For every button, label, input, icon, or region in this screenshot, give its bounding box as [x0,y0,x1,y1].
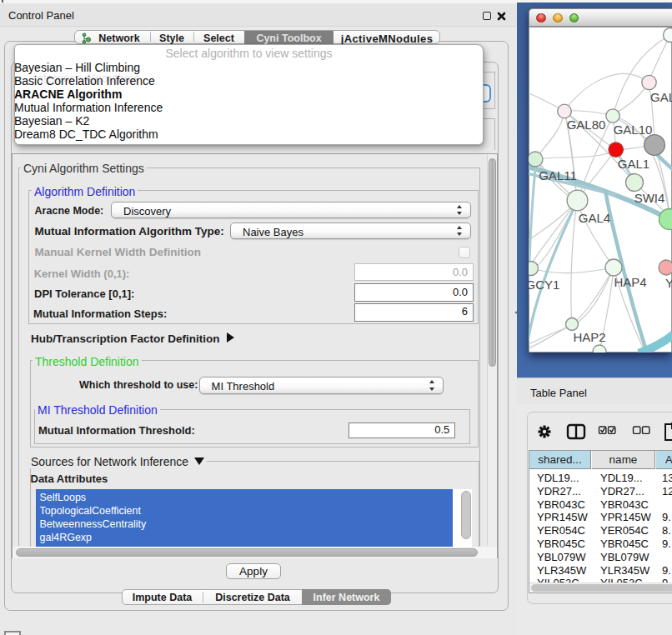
svg-text:SWI4: SWI4 [634,191,665,205]
svg-text:GAL7: GAL7 [650,90,672,104]
svg-text:GAL80: GAL80 [567,118,606,132]
svg-text:GAL11: GAL11 [539,168,577,182]
svg-text:Y: Y [665,276,672,290]
svg-text:HAP2: HAP2 [573,330,605,344]
svg-text:GAL4: GAL4 [579,211,610,225]
svg-text:GCY1: GCY1 [529,278,559,292]
svg-text:HAP4: HAP4 [614,275,646,289]
svg-text:GAL1: GAL1 [618,157,649,171]
svg-text:GAL10: GAL10 [614,122,653,137]
